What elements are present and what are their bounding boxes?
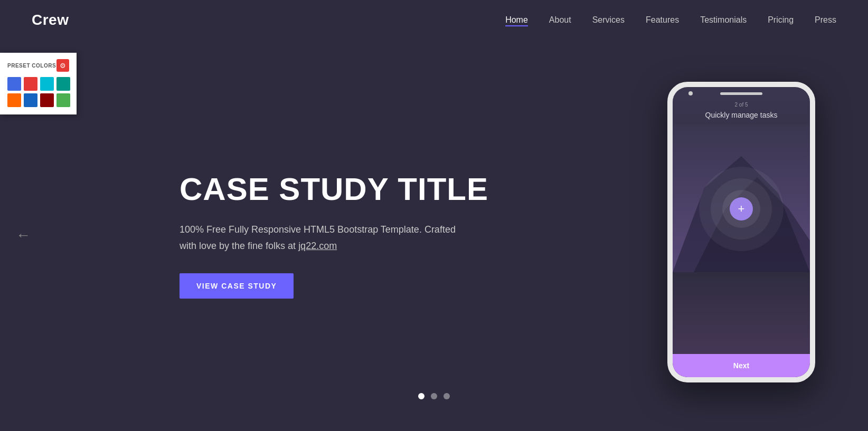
preset-gear-button[interactable]: ⚙ <box>56 59 69 72</box>
nav-item-about[interactable]: About <box>549 15 571 25</box>
nav-item-press[interactable]: Press <box>815 15 836 25</box>
phone-camera <box>688 91 693 95</box>
slider-arrow-left[interactable]: ← <box>16 227 31 244</box>
phone-mountain-image: + <box>673 124 810 272</box>
brand-logo[interactable]: Crew <box>32 12 69 28</box>
preset-label: PRESET COLORS <box>7 63 56 69</box>
hero-section: ← CASE STUDY TITLE 100% Free Fully Respo… <box>0 40 868 431</box>
nav-link-press[interactable]: Press <box>815 15 836 24</box>
color-swatch-teal[interactable] <box>56 77 70 91</box>
phone-screen: 2 of 5 Quickly manage tasks <box>673 87 810 377</box>
slider-dot-1[interactable] <box>418 393 424 399</box>
hero-title: CASE STUDY TITLE <box>180 172 549 207</box>
phone-notch <box>720 92 762 95</box>
slider-dot-2[interactable] <box>431 393 437 399</box>
navbar: Crew Home About Services Features Testim… <box>0 0 868 40</box>
view-case-study-button[interactable]: VIEW CASE STUDY <box>180 273 294 299</box>
color-swatch-darkred[interactable] <box>40 93 54 107</box>
color-swatch-darkblue[interactable] <box>24 93 37 107</box>
nav-item-services[interactable]: Services <box>592 15 625 25</box>
nav-link-pricing[interactable]: Pricing <box>768 15 794 24</box>
color-swatch-cyan[interactable] <box>40 77 54 91</box>
nav-link-about[interactable]: About <box>549 15 571 24</box>
nav-item-testimonials[interactable]: Testimonials <box>700 15 747 25</box>
nav-item-home[interactable]: Home <box>505 15 528 25</box>
svg-text:+: + <box>738 202 745 215</box>
color-swatch-red[interactable] <box>24 77 37 91</box>
gear-icon: ⚙ <box>60 62 66 70</box>
nav-item-pricing[interactable]: Pricing <box>768 15 794 25</box>
mountain-svg: + <box>673 124 810 272</box>
nav-item-features[interactable]: Features <box>646 15 679 25</box>
nav-link-services[interactable]: Services <box>592 15 625 24</box>
color-swatch-green[interactable] <box>56 93 70 107</box>
slider-dots <box>418 393 450 399</box>
preset-header: PRESET COLORS ⚙ <box>7 59 69 72</box>
phone-frame: 2 of 5 Quickly manage tasks <box>667 82 815 382</box>
hero-content: CASE STUDY TITLE 100% Free Fully Respons… <box>180 172 549 298</box>
preset-colors-panel: PRESET COLORS ⚙ <box>0 53 77 114</box>
nav-link-testimonials[interactable]: Testimonials <box>700 15 747 24</box>
nav-link-home[interactable]: Home <box>505 15 528 26</box>
hero-link[interactable]: jq22.com <box>298 241 337 251</box>
phone-task: Quickly manage tasks <box>705 111 778 119</box>
color-grid <box>7 77 69 107</box>
nav-link-features[interactable]: Features <box>646 15 679 24</box>
nav-links: Home About Services Features Testimonial… <box>505 15 836 25</box>
color-swatch-orange[interactable] <box>7 93 21 107</box>
slider-dot-3[interactable] <box>444 393 450 399</box>
color-swatch-blue[interactable] <box>7 77 21 91</box>
phone-next-button[interactable]: Next <box>673 354 810 377</box>
phone-mockup: 2 of 5 Quickly manage tasks <box>667 82 836 431</box>
hero-description: 100% Free Fully Responsive HTML5 Bootstr… <box>180 222 459 254</box>
phone-step: 2 of 5 <box>734 102 748 108</box>
